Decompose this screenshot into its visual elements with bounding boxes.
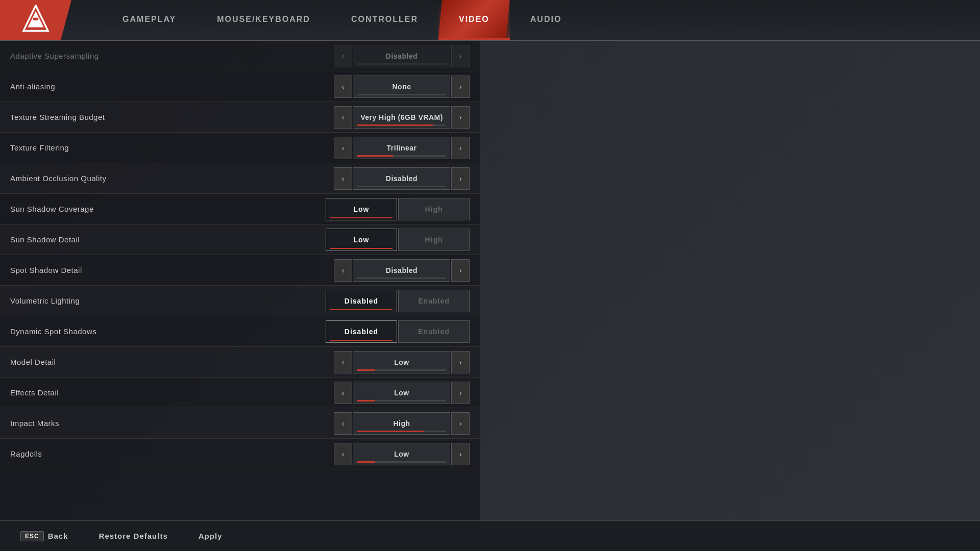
setting-label-dynamic-spot-shadows: Dynamic Spot Shadows [10,327,265,336]
value-text-impact-marks: High [393,419,410,428]
toggle-control-dynamic-spot-shadows: Disabled Enabled [326,320,470,343]
top-nav: GAMEPLAY MOUSE/KEYBOARD CONTROLLER VIDEO… [0,0,980,41]
arrow-control-ragdolls: ‹ Low › [334,443,470,465]
setting-label-adaptive-supersampling: Adaptive Supersampling [10,52,265,60]
svg-rect-2 [33,18,38,20]
setting-row-sun-shadow-coverage: Sun Shadow Coverage Low High [0,194,480,224]
value-text-anti-aliasing: None [393,83,411,91]
setting-label-sun-shadow-detail: Sun Shadow Detail [10,235,265,244]
setting-control-dynamic-spot-shadows: Disabled Enabled [265,320,470,343]
arrow-left-ambient-occlusion-quality[interactable]: ‹ [334,167,352,190]
setting-row-sun-shadow-detail: Sun Shadow Detail Low High [0,224,480,255]
setting-control-anti-aliasing: ‹ None › [265,76,470,98]
value-bar-fill-effects-detail [357,400,375,402]
value-box-texture-streaming-budget: Very High (6GB VRAM) [353,106,450,129]
tab-controller[interactable]: CONTROLLER [331,0,438,40]
arrow-control-ambient-occlusion-quality: ‹ Disabled › [334,167,470,190]
value-bar-texture-streaming-budget [357,124,446,126]
arrow-right-impact-marks[interactable]: › [451,412,470,435]
value-text-effects-detail: Low [394,389,409,397]
setting-control-texture-filtering: ‹ Trilinear › [265,137,470,159]
tab-video[interactable]: VIDEO [438,0,510,40]
toggle-control-sun-shadow-detail: Low High [326,229,470,251]
setting-row-ambient-occlusion-quality: Ambient Occlusion Quality ‹ Disabled › [0,163,480,194]
value-box-ambient-occlusion-quality: Disabled [353,167,450,190]
value-text-ragdolls: Low [394,450,409,458]
value-bar-impact-marks [357,431,446,432]
settings-panel: Adaptive Supersampling ‹ Disabled › Anti… [0,41,480,520]
value-bar-fill-ragdolls [357,461,375,463]
toggle-left-dynamic-spot-shadows[interactable]: Disabled [326,320,397,343]
value-text-model-detail: Low [394,358,409,366]
setting-label-anti-aliasing: Anti-aliasing [10,82,265,91]
toggle-left-volumetric-lighting[interactable]: Disabled [326,290,397,312]
value-box-impact-marks: High [353,412,450,435]
arrow-left-anti-aliasing[interactable]: ‹ [334,76,352,98]
arrow-right-effects-detail[interactable]: › [451,382,470,404]
setting-label-spot-shadow-detail: Spot Shadow Detail [10,266,265,274]
arrow-right-texture-filtering[interactable]: › [451,137,470,159]
arrow-left-texture-streaming-budget[interactable]: ‹ [334,106,352,129]
value-bar-model-detail [357,369,446,371]
setting-control-model-detail: ‹ Low › [265,351,470,373]
toggle-right-sun-shadow-coverage[interactable]: High [398,198,470,220]
setting-label-effects-detail: Effects Detail [10,388,265,397]
value-bar-effects-detail [357,400,446,402]
arrow-left-ragdolls[interactable]: ‹ [334,443,352,465]
arrow-control-effects-detail: ‹ Low › [334,382,470,404]
value-text-spot-shadow-detail: Disabled [386,266,418,274]
tab-mouse-keyboard[interactable]: MOUSE/KEYBOARD [197,0,331,40]
setting-control-texture-streaming-budget: ‹ Very High (6GB VRAM) › [265,106,470,129]
bottom-bar: ESC Back Restore Defaults Apply [0,520,980,551]
value-bar-texture-filtering [357,155,446,157]
arrow-left-adaptive-supersampling[interactable]: ‹ [334,45,352,67]
setting-row-texture-streaming-budget: Texture Streaming Budget ‹ Very High (6G… [0,102,480,133]
setting-label-texture-filtering: Texture Filtering [10,143,265,152]
toggle-right-volumetric-lighting[interactable]: Enabled [398,290,470,312]
arrow-right-model-detail[interactable]: › [451,351,470,373]
toggle-right-sun-shadow-detail[interactable]: High [398,229,470,251]
value-box-spot-shadow-detail: Disabled [353,259,450,282]
value-box-model-detail: Low [353,351,450,373]
arrow-right-adaptive-supersampling[interactable]: › [451,45,470,67]
setting-row-effects-detail: Effects Detail ‹ Low › [0,378,480,408]
setting-label-ragdolls: Ragdolls [10,449,265,458]
toggle-right-dynamic-spot-shadows[interactable]: Enabled [398,320,470,343]
value-bar-adaptive-supersampling [357,63,446,65]
value-text-texture-filtering: Trilinear [387,144,417,152]
value-box-anti-aliasing: None [353,76,450,98]
toggle-control-volumetric-lighting: Disabled Enabled [326,290,470,312]
arrow-left-spot-shadow-detail[interactable]: ‹ [334,259,352,282]
setting-label-volumetric-lighting: Volumetric Lighting [10,296,265,305]
arrow-control-adaptive-supersampling: ‹ Disabled › [334,45,470,67]
arrow-right-anti-aliasing[interactable]: › [451,76,470,98]
setting-control-adaptive-supersampling: ‹ Disabled › [265,45,470,67]
arrow-right-spot-shadow-detail[interactable]: › [451,259,470,282]
restore-defaults-label: Restore Defaults [99,532,168,540]
setting-control-ragdolls: ‹ Low › [265,443,470,465]
value-bar-ambient-occlusion-quality [357,186,446,187]
arrow-left-impact-marks[interactable]: ‹ [334,412,352,435]
arrow-left-texture-filtering[interactable]: ‹ [334,137,352,159]
setting-label-model-detail: Model Detail [10,358,265,366]
tab-gameplay[interactable]: GAMEPLAY [102,0,197,40]
value-box-effects-detail: Low [353,382,450,404]
toggle-left-sun-shadow-detail[interactable]: Low [326,229,397,251]
toggle-control-sun-shadow-coverage: Low High [326,198,470,220]
arrow-right-ambient-occlusion-quality[interactable]: › [451,167,470,190]
setting-row-adaptive-supersampling: Adaptive Supersampling ‹ Disabled › [0,41,480,71]
setting-row-texture-filtering: Texture Filtering ‹ Trilinear › [0,133,480,163]
arrow-right-texture-streaming-budget[interactable]: › [451,106,470,129]
settings-list[interactable]: Adaptive Supersampling ‹ Disabled › Anti… [0,41,480,520]
main-content: Adaptive Supersampling ‹ Disabled › Anti… [0,41,980,520]
back-button[interactable]: ESC Back [20,531,68,541]
restore-defaults-button[interactable]: Restore Defaults [99,532,168,540]
arrow-control-texture-filtering: ‹ Trilinear › [334,137,470,159]
arrow-left-model-detail[interactable]: ‹ [334,351,352,373]
apply-button[interactable]: Apply [199,532,223,540]
tab-audio[interactable]: AUDIO [510,0,582,40]
setting-control-sun-shadow-coverage: Low High [265,198,470,220]
toggle-left-sun-shadow-coverage[interactable]: Low [326,198,397,220]
arrow-right-ragdolls[interactable]: › [451,443,470,465]
arrow-left-effects-detail[interactable]: ‹ [334,382,352,404]
